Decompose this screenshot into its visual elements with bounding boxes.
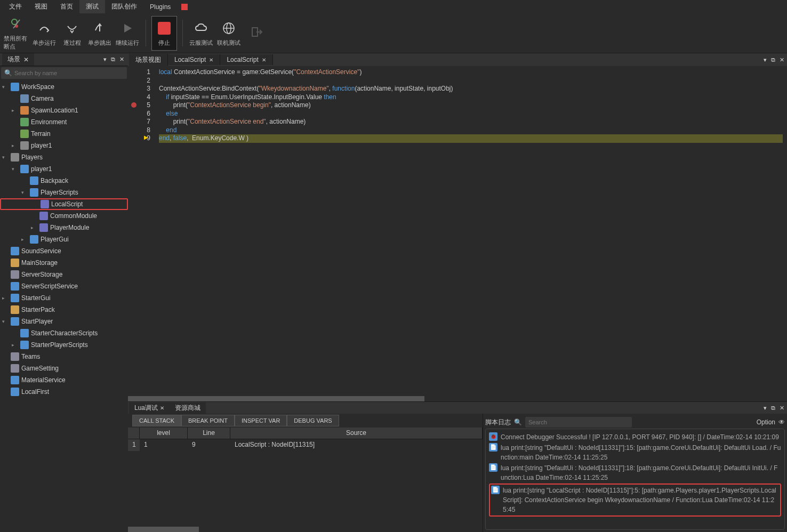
toolbar-globe[interactable]: 联机测试 [216,16,242,51]
log-search[interactable] [525,417,632,428]
tree-item-PlayerModule[interactable]: ▸PlayerModule [0,222,128,233]
expand-icon[interactable]: ▾ [21,190,28,195]
expand-icon[interactable]: ▸ [12,108,18,113]
log-entry[interactable]: 📄lua print:[string "DefaultUi : NodeId[1… [489,443,781,462]
toolbar-stop[interactable]: 停止 [151,16,177,51]
line-number[interactable]: 3 [130,85,150,93]
close-icon[interactable]: ✕ [778,405,786,412]
bottom-tab-资源商城[interactable]: 资源商城 [170,402,206,414]
tree-item-player1[interactable]: ▾player1 [0,163,128,175]
tree-item-SpawnLocation1[interactable]: ▸SpawnLocation1 [0,104,128,116]
dropdown-icon[interactable]: ▾ [762,57,768,63]
line-number[interactable]: 7 [130,118,150,126]
close-icon[interactable]: ✕ [118,56,126,63]
gutter[interactable]: 123456789▶ [128,66,155,401]
tree-item-player1[interactable]: ▸player1 [0,140,128,151]
toolbar-step-into[interactable]: 逐过程 [59,16,85,51]
expand-icon[interactable]: ▸ [2,295,9,301]
tree-item-StarterPack[interactable]: StarterPack [0,304,128,316]
scrollbar-horizontal[interactable] [128,396,787,401]
toolbar-step-out[interactable]: 单步跳出 [87,16,113,51]
tree-item-PlayerScripts[interactable]: ▾PlayerScripts [0,187,128,198]
toolbar-breakpoints-off[interactable]: 禁用所有断点 [4,16,29,51]
tree-item-StarterPlayerScripts[interactable]: ▸StarterPlayerScripts [0,339,128,351]
tree-item-Environment[interactable]: Environment [0,116,128,128]
tree-item-Players[interactable]: ▾Players [0,151,128,163]
tree-item-Backpack[interactable]: Backpack [0,175,128,187]
toolbar-play[interactable]: 继续运行 [115,16,140,51]
popout-icon[interactable]: ⧉ [769,57,777,63]
editor-tab-LocalScript[interactable]: LocalScript✕ [220,54,272,65]
debug-tab-inspect-var[interactable]: INSPECT VAR [235,415,287,426]
menu-Plugins[interactable]: Plugins [143,1,177,13]
tree-item-SoundService[interactable]: SoundService [0,245,128,257]
log-entry[interactable]: 🐞Connect Debugger Successful ! [IP 127.0… [489,432,781,442]
tree-item-MaterialService[interactable]: MaterialService [0,374,128,386]
toolbar-exit[interactable] [244,16,269,51]
tree-item-Camera[interactable]: Camera [0,93,128,104]
expand-icon[interactable]: ▸ [31,225,37,230]
debug-tab-call-stack[interactable]: CALL STACK [132,415,181,426]
scene-search[interactable]: 🔍 [1,67,127,79]
close-icon[interactable]: ✕ [262,57,266,63]
menu-文件[interactable]: 文件 [3,0,28,13]
expand-icon[interactable]: ▸ [12,143,18,148]
eye-icon[interactable]: 👁 [778,418,785,426]
tree-item-LocalScript[interactable]: LocalScript [0,198,128,210]
code-line[interactable]: end, false, Enum.KeyCode.W ) [159,134,783,143]
tree-item-CommonModule[interactable]: CommonModule [0,210,128,222]
menu-视图[interactable]: 视图 [28,0,54,13]
tree-item-ServerStorage[interactable]: ServerStorage [0,269,128,280]
tree-item-ServerScriptService[interactable]: ServerScriptService [0,280,128,292]
tree-item-StarterGui[interactable]: ▸StarterGui [0,292,128,304]
scene-tab[interactable]: 场景 ✕ [2,53,34,66]
expand-icon[interactable]: ▾ [12,166,18,172]
log-entry[interactable]: 📄lua print:[string "LocalScript : NodeID… [489,483,781,517]
menu-首页[interactable]: 首页 [54,0,79,13]
toolbar-cloud[interactable]: 云服测试 [188,16,214,51]
debug-tab-debug-vars[interactable]: DEBUG VARS [287,415,339,426]
line-number[interactable]: 4 [130,93,150,102]
debug-tab-break-point[interactable]: BREAK POINT [181,415,235,426]
tree-item-PlayerGui[interactable]: ▸PlayerGui [0,233,128,245]
code-line[interactable]: if inputState == Enum.UserInputState.Inp… [159,93,783,102]
tree-item-MainStorage[interactable]: MainStorage [0,257,128,269]
line-number[interactable]: 2 [130,77,150,85]
line-number[interactable]: 1 [130,68,150,77]
dropdown-icon[interactable]: ▾ [102,56,108,63]
close-icon[interactable]: ✕ [778,57,786,63]
editor-tab-LocalScript[interactable]: LocalScript✕ [168,54,220,65]
popout-icon[interactable]: ⧉ [109,56,117,63]
expand-icon[interactable]: ▾ [2,155,9,160]
expand-icon[interactable]: ▸ [12,342,18,348]
tree-item-StarterCharacterScripts[interactable]: StarterCharacterScripts [0,327,128,339]
tree-item-StartPlayer[interactable]: ▾StartPlayer [0,316,128,327]
code-area[interactable]: local ContextActionService = game:GetSer… [155,66,787,401]
code-line[interactable]: print("ContextActionService end", action… [159,118,783,126]
toolbar-step-over[interactable]: 单步运行 [31,16,57,51]
close-icon[interactable]: ✕ [209,57,213,63]
code-line[interactable]: local ContextActionService = game:GetSer… [159,68,783,77]
dropdown-icon[interactable]: ▾ [762,405,768,412]
line-number[interactable]: 8 [130,126,150,135]
tree-item-Terrain[interactable]: Terrain [0,128,128,140]
tree-item-LocalFirst[interactable]: LocalFirst [0,386,128,398]
log-search-input[interactable] [528,419,629,425]
menu-团队创作[interactable]: 团队创作 [105,0,143,13]
log-option[interactable]: Option [757,418,775,426]
expand-icon[interactable]: ▾ [2,84,9,90]
tree-item-WorkSpace[interactable]: ▾WorkSpace [0,81,128,93]
code-line[interactable]: else [159,110,783,118]
close-icon[interactable]: ✕ [160,405,164,411]
expand-icon[interactable]: ▸ [21,237,28,242]
close-icon[interactable]: ✕ [23,56,29,63]
code-line[interactable] [159,77,783,85]
tree-item-GameSetting[interactable]: GameSetting [0,362,128,374]
menu-测试[interactable]: 测试 [79,0,105,13]
code-line[interactable]: ContextActionService:BindContext("Wkeydo… [159,85,783,93]
breakpoint-icon[interactable] [131,102,136,108]
code-line[interactable]: print("ContextActionService begin", acti… [159,101,783,110]
line-number[interactable]: 6 [130,110,150,118]
code-line[interactable]: end [159,126,783,135]
scene-search-input[interactable] [14,70,124,76]
